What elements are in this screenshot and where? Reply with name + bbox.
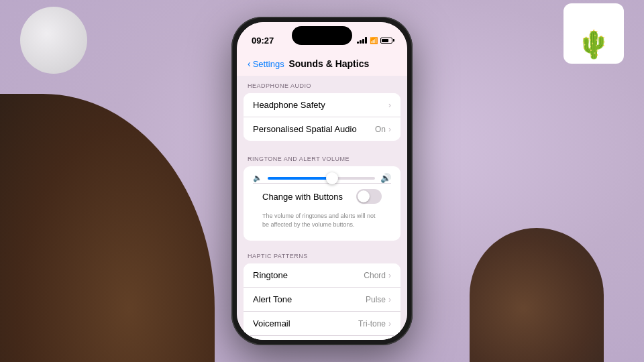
spatial-audio-item[interactable]: Personalised Spatial Audio On ›: [244, 117, 400, 141]
headphone-safety-right: ›: [388, 101, 391, 110]
ringtone-item[interactable]: Ringtone Chord ›: [244, 263, 400, 288]
spatial-audio-value: On: [375, 125, 386, 134]
volume-slider-fill: [268, 177, 332, 180]
page-title: Sounds & Haptics: [288, 58, 370, 69]
voicemail-right: Tri-tone ›: [358, 319, 391, 328]
apple-object: [20, 7, 87, 74]
volume-slider-thumb: [326, 172, 338, 184]
cactus-pot: [564, 3, 624, 64]
haptic-patterns-group: Ringtone Chord › Alert Tone Pulse › Voic…: [244, 263, 400, 340]
navigation-bar: ‹ Settings Sounds & Haptics: [237, 52, 407, 76]
status-time: 09:27: [252, 36, 274, 46]
headphone-audio-group: Headphone Safety › Personalised Spatial …: [244, 93, 400, 141]
voicemail-item[interactable]: Voicemail Tri-tone ›: [244, 312, 400, 336]
wifi-icon: 📶: [370, 37, 378, 44]
ringtone-right: Chord ›: [364, 271, 391, 280]
chevron-left-icon: ‹: [248, 58, 251, 69]
change-with-buttons-row: Change with Buttons: [253, 183, 391, 209]
mail-item[interactable]: Mail None ›: [244, 336, 400, 340]
signal-icon: [357, 37, 367, 44]
chevron-right-icon: ›: [388, 319, 391, 328]
back-button[interactable]: ‹ Settings: [248, 58, 284, 69]
chevron-right-icon: ›: [388, 295, 391, 304]
voicemail-value: Tri-tone: [358, 319, 386, 328]
hand-right: [470, 228, 604, 362]
change-with-buttons-label: Change with Buttons: [262, 192, 343, 202]
headphone-audio-header: HEADPHONE AUDIO: [237, 76, 407, 93]
chevron-right-icon: ›: [388, 125, 391, 134]
volume-slider-track[interactable]: [268, 177, 375, 180]
change-with-buttons-toggle[interactable]: [356, 189, 382, 204]
alert-tone-label: Alert Tone: [253, 294, 292, 304]
alert-tone-item[interactable]: Alert Tone Pulse ›: [244, 288, 400, 312]
phone-screen: 09:27 📶 ‹ Settings Sounds & Haptics H: [237, 22, 407, 340]
chevron-right-icon: ›: [388, 271, 391, 280]
status-icons: 📶: [357, 37, 392, 44]
ringtone-value: Chord: [364, 271, 386, 280]
headphone-safety-label: Headphone Safety: [253, 100, 325, 110]
alert-tone-right: Pulse ›: [366, 295, 391, 304]
dynamic-island: [292, 26, 352, 45]
volume-slider-row: 🔈 🔊: [253, 173, 391, 183]
spatial-audio-right: On ›: [375, 125, 391, 134]
volume-slider-section: 🔈 🔊 Change with Buttons The volume of ri…: [244, 166, 400, 241]
phone-frame: 09:27 📶 ‹ Settings Sounds & Haptics H: [231, 17, 413, 345]
battery-icon: [380, 38, 392, 44]
toggle-knob: [358, 190, 370, 202]
settings-content: HEADPHONE AUDIO Headphone Safety › Perso…: [237, 76, 407, 340]
ringtone-volume-header: RINGTONE AND ALERT VOLUME: [237, 149, 407, 166]
voicemail-label: Voicemail: [253, 318, 290, 328]
volume-low-icon: 🔈: [253, 174, 262, 182]
spatial-audio-label: Personalised Spatial Audio: [253, 124, 357, 134]
volume-high-icon: 🔊: [380, 173, 391, 183]
headphone-safety-item[interactable]: Headphone Safety ›: [244, 93, 400, 117]
chevron-right-icon: ›: [388, 101, 391, 110]
alert-tone-value: Pulse: [366, 295, 386, 304]
haptic-patterns-header: HAPTIC PATTERNS: [237, 246, 407, 263]
ringtone-label: Ringtone: [253, 270, 288, 280]
back-label: Settings: [253, 59, 284, 69]
volume-note: The volume of ringtones and alerts will …: [253, 209, 391, 234]
